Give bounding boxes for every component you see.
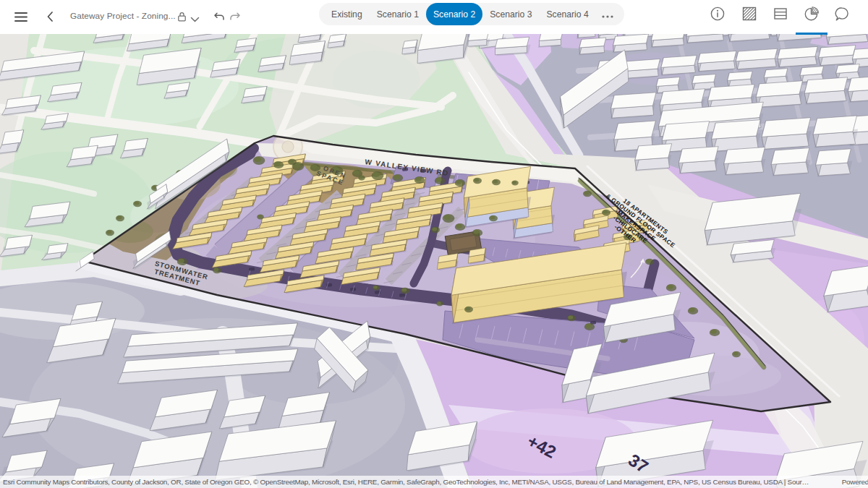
attribution-powered: Powered (842, 478, 868, 486)
chevron-down-icon (190, 12, 200, 25)
lock-icon (177, 12, 187, 25)
comment-icon (834, 6, 850, 25)
comments-button[interactable] (834, 6, 850, 25)
table-icon (773, 6, 788, 25)
attribution-sources: Esri Community Maps Contributors, County… (0, 478, 825, 486)
menu-icon (14, 12, 27, 25)
chevron-left-icon (45, 11, 56, 25)
dashboard-pie-icon (804, 6, 820, 25)
tab-scenario-3[interactable]: Scenario 3 (482, 3, 539, 25)
tab-existing[interactable]: Existing (324, 3, 370, 25)
lock-button[interactable] (177, 12, 187, 25)
info-button[interactable] (710, 6, 726, 25)
tab-scenario-2[interactable]: Scenario 2 (426, 3, 482, 25)
redo-button[interactable] (229, 12, 241, 25)
redo-icon (229, 12, 241, 25)
table-view-button[interactable] (773, 6, 788, 25)
land-use-button[interactable] (741, 6, 757, 25)
back-button[interactable] (45, 11, 56, 25)
more-scenarios-button[interactable] (596, 3, 619, 25)
top-toolbar: Gateway Project - Zoning... Existing Sce… (0, 0, 868, 34)
title-dropdown-button[interactable] (190, 12, 200, 25)
active-tool-underline (796, 33, 827, 35)
land-use-hatch-icon (741, 6, 757, 25)
scenario-tabs: Existing Scenario 1 Scenario 2 Scenario … (319, 3, 624, 25)
attribution-bar: Esri Community Maps Contributors, County… (0, 476, 868, 488)
ellipsis-icon (602, 8, 613, 21)
dashboard-button[interactable] (804, 6, 820, 25)
undo-button[interactable] (213, 12, 225, 25)
undo-icon (213, 12, 225, 25)
tab-scenario-4[interactable]: Scenario 4 (539, 3, 595, 25)
tab-scenario-1[interactable]: Scenario 1 (370, 3, 426, 25)
map-3d-scene[interactable]: W VALLEY VIEW RD OPEN SPACE STORMWATER T… (0, 34, 868, 488)
menu-button[interactable] (14, 12, 27, 25)
project-title[interactable]: Gateway Project - Zoning... (70, 0, 176, 32)
app-window: Gateway Project - Zoning... Existing Sce… (0, 0, 868, 488)
info-icon (710, 6, 726, 25)
